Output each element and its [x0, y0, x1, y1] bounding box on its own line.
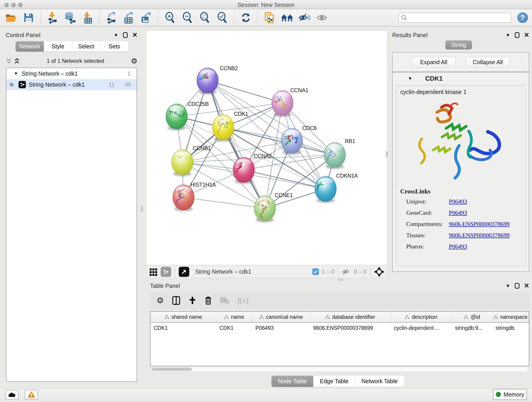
table-row[interactable]: CDK1 CDK1 P06493 9606.ENSP00000378699 cy… [151, 323, 529, 331]
tab-string[interactable]: String [445, 40, 472, 50]
cell-description[interactable]: cyclin-dependent ... [391, 323, 452, 331]
network-row-selected[interactable]: String Network – cdk1 11 48 [6, 79, 137, 90]
column-header-canonical-name[interactable]: canonical name [252, 312, 310, 322]
collapse-all-icon[interactable] [6, 58, 12, 64]
crosslink-tissues-link[interactable]: 9606.ENSP00000378699 [449, 232, 510, 239]
tab-network[interactable]: Network [16, 41, 44, 51]
column-header-id[interactable]: @id [452, 312, 492, 322]
home-networks-button[interactable] [280, 11, 294, 25]
import-table-button[interactable] [80, 11, 94, 25]
birdseye-view-button[interactable] [179, 267, 189, 277]
table-horizontal-scrollbar[interactable] [151, 367, 528, 371]
hide-details-button[interactable] [298, 11, 312, 25]
protein-card-header[interactable]: ▼ CDK1 [393, 72, 529, 85]
refresh-layout-button[interactable] [239, 11, 253, 25]
network-node-CCNB2[interactable]: CCNB2 [193, 65, 238, 95]
control-panel-maximize-button[interactable] [123, 32, 128, 38]
network-edge-HIST1H1A-CCNE1[interactable] [184, 197, 265, 208]
table-toolbar: ⚙ f(x) [150, 292, 529, 309]
add-column-icon[interactable] [189, 296, 196, 305]
column-header-namespace[interactable]: namespace [492, 312, 529, 322]
warnings-button[interactable] [25, 390, 38, 400]
zoom-selected-button[interactable] [215, 11, 229, 25]
cell-name[interactable]: CDK1 [216, 323, 252, 331]
tab-edge-table[interactable]: Edge Table [313, 376, 355, 387]
expand-all-button[interactable]: Expand All [412, 57, 456, 67]
help-button[interactable]: ? [517, 12, 528, 23]
network-node-RB1[interactable]: RB1 [323, 138, 355, 169]
zoom-fit-button[interactable] [197, 11, 212, 25]
expand-all-icon[interactable] [14, 58, 20, 64]
search-input[interactable] [409, 14, 505, 21]
import-network-database-button[interactable] [63, 11, 77, 25]
search-field[interactable] [398, 13, 511, 23]
network-node-CCNA1[interactable]: CCNA1 [269, 87, 308, 117]
table-panel-float-button[interactable]: ▼ [506, 283, 510, 288]
export-image-button[interactable] [139, 11, 153, 25]
network-edge-CCNB2-CCNE1[interactable] [208, 80, 265, 208]
open-session-button[interactable] [4, 11, 18, 25]
network-node-HIST1H1A[interactable]: HIST1H1A [173, 182, 216, 211]
tab-network-table[interactable]: Network Table [355, 376, 404, 387]
network-node-CDKN1A[interactable]: CDKN1A [314, 172, 358, 203]
results-panel-close-button[interactable]: ✕ [524, 32, 529, 38]
results-panel-float-button[interactable]: ▼ [506, 32, 510, 38]
left-splitter-handle[interactable] [141, 206, 143, 212]
right-splitter-handle[interactable] [386, 151, 388, 157]
table-panel-maximize-button[interactable] [515, 283, 519, 288]
tab-select[interactable]: Select [72, 41, 100, 51]
network-node-CDK1[interactable]: CDK1 [212, 111, 248, 141]
crosslink-pharos-link[interactable]: P06493 [449, 243, 467, 250]
collection-expand-arrow[interactable]: ▼ [14, 71, 18, 76]
column-header-name[interactable]: name [216, 312, 252, 322]
cloud-status-button[interactable] [5, 390, 19, 400]
pan-crosshair-icon[interactable] [374, 267, 384, 277]
network-node-CCNB1[interactable]: CCNB1 [172, 145, 211, 176]
export-network-button[interactable] [104, 11, 118, 25]
cell-database-identifier[interactable]: 9606.ENSP00000378699 [310, 323, 391, 331]
network-edge-CCNA2-CDKN1A[interactable] [244, 170, 326, 189]
network-node-CDC6[interactable]: CDC6 [281, 125, 317, 155]
network-edge-CCNB2-CCNA1[interactable] [208, 80, 283, 103]
table-options-gear-icon[interactable]: ⚙ [157, 296, 164, 305]
network-share-view-icon[interactable] [161, 267, 171, 277]
control-panel-close-button[interactable]: ✕ [132, 32, 138, 38]
bottom-splitter-handle[interactable] [337, 279, 343, 281]
tab-style[interactable]: Style [44, 41, 72, 51]
save-session-button[interactable] [22, 11, 36, 25]
tab-node-table[interactable]: Node Table [272, 376, 313, 387]
network-options-gear-icon[interactable]: ⚙ [131, 57, 138, 65]
grid-view-icon[interactable] [149, 268, 158, 276]
cell-namespace[interactable]: stringdb [492, 323, 529, 331]
network-node-CDC25B[interactable]: CDC25B [166, 101, 209, 130]
crosslink-compartments-link[interactable]: 9606.ENSP00000378699 [449, 221, 510, 228]
cell-id[interactable]: stringdb:9... [452, 323, 492, 331]
show-columns-icon[interactable] [172, 296, 180, 305]
column-header-shared-name[interactable]: shared name [151, 312, 216, 322]
column-header-database-identifier[interactable]: database identifier [310, 312, 391, 322]
control-panel-header: Control Panel ▼ ✕ [6, 31, 138, 40]
clone-network-button[interactable] [263, 11, 277, 25]
collapse-all-button[interactable]: Collapse All [466, 57, 510, 67]
crosslink-genecard-link[interactable]: P06493 [449, 210, 467, 216]
scrollbar-thumb[interactable] [152, 368, 192, 371]
collapse-section-arrow[interactable]: ▼ [408, 76, 412, 81]
cell-canonical-name[interactable]: P06493 [252, 323, 310, 331]
tab-sets[interactable]: Sets [100, 41, 128, 51]
memory-button[interactable]: Memory [493, 389, 527, 400]
column-header-description[interactable]: description [391, 312, 452, 322]
zoom-in-button[interactable] [163, 11, 177, 25]
selected-nodes-checkbox[interactable] [312, 268, 319, 275]
crosslink-uniprot-link[interactable]: P06493 [449, 198, 467, 205]
cell-shared-name[interactable]: CDK1 [151, 323, 216, 331]
results-panel-maximize-button[interactable] [515, 32, 519, 38]
table-panel-close-button[interactable]: ✕ [524, 283, 529, 289]
export-table-button[interactable] [121, 11, 136, 25]
zoom-out-button[interactable] [180, 11, 194, 25]
delete-column-icon[interactable] [205, 296, 212, 305]
import-network-file-button[interactable] [45, 11, 60, 25]
network-collection-row[interactable]: ▼ String Network – cdk1 1 [6, 68, 137, 79]
show-details-button[interactable] [315, 11, 329, 25]
control-panel-float-button[interactable]: ▼ [114, 32, 119, 38]
network-canvas[interactable]: CCNB2CCNA1CDC25BCDK1CDC6RB1CCNB1CCNA2CDK… [146, 31, 387, 265]
